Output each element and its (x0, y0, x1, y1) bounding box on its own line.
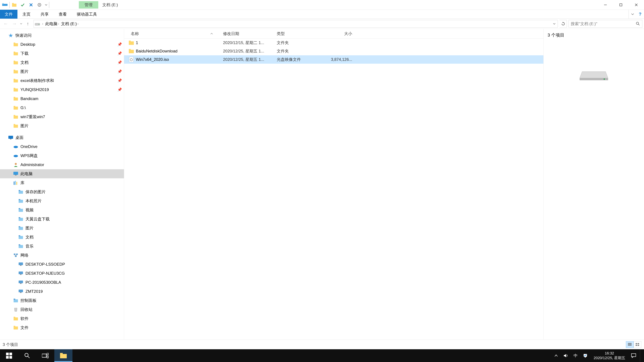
qat-dropdown-icon[interactable] (44, 1, 48, 8)
ribbon-tab-share[interactable]: 共享 (36, 10, 54, 18)
tree-network-pc[interactable]: DESKTOP-LSSOEDP (0, 260, 124, 269)
search-box[interactable] (568, 20, 642, 28)
navigation-pane[interactable]: 快速访问 Desktop📌下载📌文档📌图片📌excel表格制作求和📌YUNQIS… (0, 29, 124, 340)
ribbon-tab-home[interactable]: 主页 (18, 10, 36, 18)
search-input[interactable] (569, 21, 634, 26)
folder-icon (13, 316, 19, 322)
folder-icon (13, 105, 19, 111)
taskbar-file-explorer[interactable] (54, 349, 72, 362)
help-button[interactable]: ? (636, 10, 644, 18)
tree-documents-folder[interactable]: 文件 (0, 323, 124, 332)
tree-library-item[interactable]: 视频 (0, 205, 124, 215)
minimize-button[interactable] (598, 0, 613, 10)
ime-indicator[interactable]: 中 (572, 352, 579, 359)
file-row[interactable]: BaiduNetdiskDownload2020/12/25, 星期五 1...… (124, 47, 544, 55)
tree-quick-access[interactable]: 快速访问 (0, 31, 124, 40)
tree-desktop[interactable]: 桌面 (0, 133, 124, 142)
chevron-right-icon[interactable]: › (42, 22, 43, 26)
column-name[interactable]: 名称 (124, 31, 223, 36)
tree-qa-item[interactable]: 图片 (0, 121, 124, 130)
tree-network-pc[interactable]: PC-20190530OBLA (0, 278, 124, 287)
app-icon[interactable] (1, 1, 9, 8)
ribbon-tab-drive-tools[interactable]: 驱动器工具 (72, 10, 102, 18)
qat-properties-icon[interactable] (36, 1, 43, 8)
breadcrumb-drive[interactable]: 文档 (E:)› (60, 21, 80, 26)
tree-qa-item[interactable]: G:\ (0, 103, 124, 112)
ribbon-tab-file[interactable]: 文件 (0, 10, 18, 18)
tree-software-folder[interactable]: 软件 (0, 314, 124, 323)
breadcrumb-this-pc[interactable]: 此电脑› (44, 21, 60, 26)
view-large-icons-button[interactable] (634, 341, 641, 348)
search-icon[interactable] (634, 22, 642, 26)
forward-button[interactable]: → (10, 20, 18, 28)
history-dropdown-icon[interactable] (19, 20, 23, 28)
ribbon-tab-view[interactable]: 查看 (54, 10, 72, 18)
file-row[interactable]: 12020/12/15, 星期二 1...文件夹 (124, 38, 544, 47)
tree-qa-item[interactable]: Desktop📌 (0, 40, 124, 49)
taskbar-clock[interactable]: 16:32 2020/12/25, 星期五 (592, 351, 627, 360)
tree-qa-item[interactable]: excel表格制作求和📌 (0, 76, 124, 85)
view-details-button[interactable] (626, 341, 634, 348)
show-desktop-button[interactable] (640, 349, 642, 362)
chevron-right-icon[interactable]: › (58, 22, 59, 26)
up-button[interactable]: ↑ (24, 20, 32, 28)
column-date[interactable]: 修改日期 (223, 31, 277, 36)
control-panel-icon (13, 298, 19, 304)
svg-point-34 (14, 146, 18, 148)
tree-library-item[interactable]: 天翼云盘下载 (0, 215, 124, 224)
tree-library-item[interactable]: 图片 (0, 224, 124, 233)
tree-control-panel[interactable]: 控制面板 (0, 296, 124, 305)
tree-network[interactable]: 网络 (0, 251, 124, 260)
tree-onedrive[interactable]: OneDrive (0, 142, 124, 151)
tree-recycle-bin[interactable]: 回收站 (0, 305, 124, 314)
column-type[interactable]: 类型 (277, 31, 322, 36)
column-size[interactable]: 大小 (322, 31, 357, 36)
back-button[interactable]: ← (2, 20, 10, 28)
close-button[interactable] (628, 0, 644, 10)
tree-this-pc[interactable]: 此电脑 (0, 169, 124, 178)
tree-library-item[interactable]: 文档 (0, 233, 124, 242)
tree-qa-item[interactable]: win7重装win7 (0, 112, 124, 121)
svg-point-36 (15, 163, 17, 165)
qat-new-folder-icon[interactable] (10, 1, 18, 8)
chevron-right-icon[interactable]: › (78, 22, 79, 26)
tree-qa-item[interactable]: Bandicam (0, 94, 124, 103)
refresh-button[interactable] (560, 20, 567, 28)
tree-libraries[interactable]: 库 (0, 178, 124, 187)
column-headers[interactable]: 名称 修改日期 类型 大小 (124, 29, 544, 38)
tree-qa-item[interactable]: 图片📌 (0, 67, 124, 76)
action-center-icon[interactable] (630, 352, 637, 359)
file-name: Win7x64_2020.iso (136, 57, 169, 62)
qat-delete-icon[interactable] (27, 1, 35, 8)
qat-check-icon[interactable] (19, 1, 26, 8)
tree-library-item[interactable]: 本机照片 (0, 196, 124, 205)
tree-wps[interactable]: WPS网盘 (0, 151, 124, 160)
quick-access-toolbar (0, 1, 49, 8)
tree-qa-item[interactable]: 下载📌 (0, 49, 124, 58)
maximize-button[interactable] (613, 0, 628, 10)
search-button[interactable] (18, 349, 36, 362)
tree-user[interactable]: Administrator (0, 160, 124, 169)
start-button[interactable] (0, 349, 18, 362)
taskbar[interactable]: 中 16:32 2020/12/25, 星期五 (0, 349, 644, 362)
ribbon-expand-icon[interactable] (628, 10, 636, 18)
tree-library-item[interactable]: 保存的图片 (0, 187, 124, 196)
file-row[interactable]: Win7x64_2020.iso2020/12/25, 星期五 1...光盘映像… (124, 55, 544, 64)
volume-icon[interactable] (562, 352, 569, 359)
computer-icon (18, 289, 24, 295)
file-list[interactable]: 名称 修改日期 类型 大小 12020/12/15, 星期二 1...文件夹Ba… (124, 29, 544, 340)
svg-point-5 (39, 4, 40, 5)
address-bar[interactable]: › 此电脑› 文档 (E:)› (34, 20, 558, 28)
desktop-icon (8, 135, 14, 141)
task-view-button[interactable] (36, 349, 54, 362)
svg-rect-56 (14, 254, 16, 255)
svg-rect-85 (638, 343, 639, 344)
tree-library-item[interactable]: 音乐 (0, 242, 124, 251)
tree-qa-item[interactable]: 文档📌 (0, 58, 124, 67)
tree-network-pc[interactable]: DESKTOP-NJEU3CG (0, 269, 124, 278)
tree-network-pc[interactable]: ZMT2019 (0, 287, 124, 296)
tree-qa-item[interactable]: YUNQISHI2019📌 (0, 85, 124, 94)
tray-overflow-icon[interactable] (553, 352, 560, 359)
address-dropdown-icon[interactable] (551, 23, 558, 25)
security-icon[interactable] (582, 352, 589, 359)
